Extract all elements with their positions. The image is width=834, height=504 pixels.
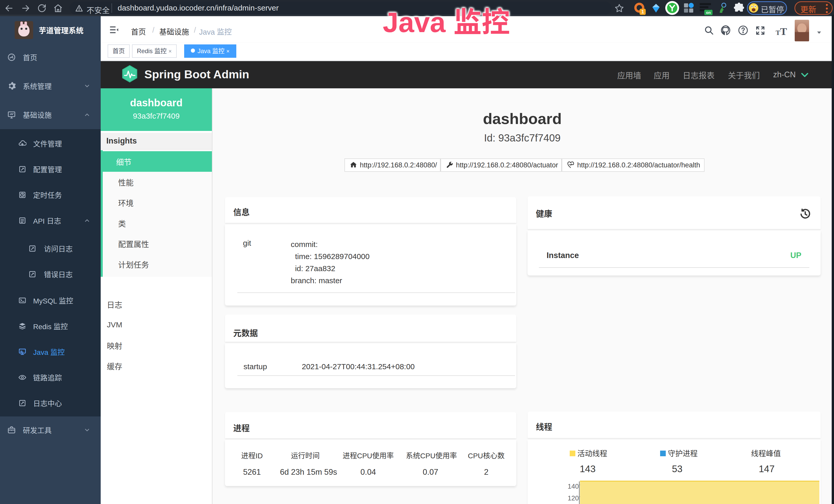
svg-text:on: on [706, 10, 711, 15]
svg-text:1: 1 [641, 9, 644, 15]
